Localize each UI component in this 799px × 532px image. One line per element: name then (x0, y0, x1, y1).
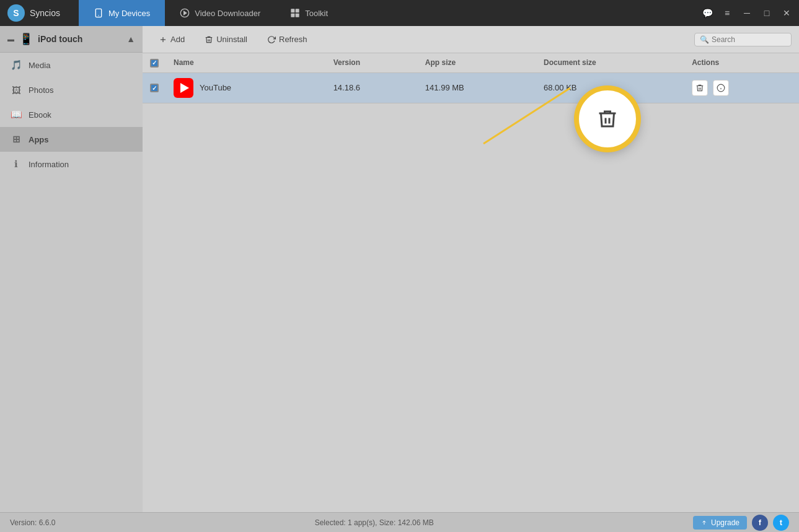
app-name-cell: YouTube (174, 78, 319, 98)
upgrade-button[interactable]: Upgrade (693, 516, 747, 530)
twitter-label: t (780, 518, 782, 527)
selection-label: Selected: 1 app(s), Size: 142.06 MB (315, 518, 434, 527)
search-icon: 🔍 (700, 35, 709, 44)
nav-tabs: My Devices Video Downloader Toolkit (60, 0, 702, 26)
search-box[interactable]: 🔍 (694, 33, 792, 46)
tab-video-downloader[interactable]: Video Downloader (165, 0, 275, 26)
row-actions-cell (684, 72, 799, 103)
apps-table: Name Version App size Document size Acti… (143, 53, 799, 103)
refresh-button[interactable]: Refresh (258, 31, 316, 48)
facebook-label: f (759, 518, 761, 527)
youtube-app-icon (174, 78, 193, 98)
svg-marker-3 (184, 11, 187, 14)
row-document-size-cell: 68.00 KB (536, 72, 684, 103)
version-label: Version: 6.6.0 (10, 518, 55, 527)
ebook-icon: 📖 (10, 108, 22, 121)
app-logo: S (7, 4, 25, 22)
sidebar-item-apps-label: Apps (29, 135, 49, 144)
device-header[interactable]: ▬ 📱 iPod touch ▲ (0, 26, 143, 53)
media-icon: 🎵 (10, 59, 22, 71)
app-name-label: YouTube (200, 83, 231, 92)
device-name: iPod touch (38, 34, 121, 44)
main-layout: ▬ 📱 iPod touch ▲ 🎵 Media 🖼 Photos 📖 Eboo… (0, 26, 799, 512)
svg-rect-0 (95, 9, 101, 17)
minimize-button[interactable]: ─ (742, 8, 752, 18)
upgrade-label: Upgrade (711, 518, 739, 527)
col-app-size: App size (418, 53, 536, 72)
svg-rect-4 (291, 9, 295, 12)
tab-my-devices-label: My Devices (108, 9, 150, 18)
svg-rect-6 (291, 14, 295, 17)
action-buttons (692, 80, 792, 96)
sidebar-item-photos-label: Photos (29, 85, 53, 95)
close-button[interactable]: ✕ (782, 8, 792, 18)
col-name: Name (166, 53, 326, 72)
window-controls: 💬 ≡ ─ □ ✕ (702, 8, 792, 18)
table-row[interactable]: YouTube 14.18.6 141.99 MB 68.00 KB (143, 72, 799, 103)
delete-action-button[interactable] (692, 80, 708, 96)
content-wrapper: Add Uninstall Refresh 🔍 (143, 26, 799, 512)
maximize-button[interactable]: □ (762, 8, 772, 18)
tab-my-devices[interactable]: My Devices (79, 0, 165, 26)
table-container: Name Version App size Document size Acti… (143, 53, 799, 512)
row-checkbox-cell[interactable] (143, 72, 166, 103)
uninstall-label: Uninstall (216, 35, 247, 44)
info-action-button[interactable] (713, 80, 729, 96)
sidebar-item-photos[interactable]: 🖼 Photos (0, 77, 143, 102)
row-name-cell: YouTube (166, 72, 326, 103)
sidebar-item-information[interactable]: ℹ Information (0, 152, 143, 177)
row-version-cell: 14.18.6 (326, 72, 418, 103)
statusbar: Version: 6.6.0 Selected: 1 app(s), Size:… (0, 512, 799, 532)
apps-icon: ⊞ (10, 133, 22, 146)
add-button[interactable]: Add (150, 31, 193, 48)
youtube-play-triangle (180, 83, 189, 93)
tab-toolkit-label: Toolkit (305, 9, 328, 18)
sidebar-item-information-label: Information (29, 160, 69, 169)
statusbar-right: Upgrade f t (693, 515, 789, 531)
sidebar-item-media[interactable]: 🎵 Media (0, 53, 143, 77)
svg-rect-7 (296, 14, 299, 17)
row-app-size-cell: 141.99 MB (418, 72, 536, 103)
chat-button[interactable]: 💬 (702, 8, 712, 18)
facebook-button[interactable]: f (752, 515, 768, 531)
svg-rect-5 (296, 9, 299, 12)
content-area: Add Uninstall Refresh 🔍 (143, 26, 799, 512)
select-all-checkbox[interactable] (150, 59, 159, 68)
uninstall-button[interactable]: Uninstall (196, 31, 256, 48)
add-label: Add (170, 35, 185, 44)
sidebar-item-ebook[interactable]: 📖 Ebook (0, 102, 143, 127)
sidebar-item-apps[interactable]: ⊞ Apps (0, 127, 143, 152)
app-branding: S Syncios (7, 4, 60, 22)
collapse-icon: ▬ (7, 35, 14, 43)
device-icon: 📱 (19, 32, 33, 46)
information-icon: ℹ (10, 158, 22, 170)
col-checkbox[interactable] (143, 53, 166, 72)
app-name: Syncios (30, 8, 60, 18)
sidebar: ▬ 📱 iPod touch ▲ 🎵 Media 🖼 Photos 📖 Eboo… (0, 26, 143, 512)
row-checkbox[interactable] (150, 84, 159, 92)
tab-toolkit[interactable]: Toolkit (275, 0, 343, 26)
col-version: Version (326, 53, 418, 72)
search-input[interactable] (712, 35, 786, 44)
col-document-size: Document size (536, 53, 684, 72)
sidebar-item-media-label: Media (29, 61, 50, 70)
titlebar: S Syncios My Devices Video Downloader To… (0, 0, 799, 26)
tab-video-downloader-label: Video Downloader (195, 9, 260, 18)
photos-icon: 🖼 (10, 84, 22, 96)
col-actions: Actions (684, 53, 799, 72)
sidebar-item-ebook-label: Ebook (29, 110, 51, 120)
eject-icon[interactable]: ▲ (126, 34, 135, 44)
toolbar: Add Uninstall Refresh 🔍 (143, 26, 799, 53)
twitter-button[interactable]: t (773, 515, 789, 531)
menu-button[interactable]: ≡ (722, 8, 732, 18)
refresh-label: Refresh (279, 35, 307, 44)
